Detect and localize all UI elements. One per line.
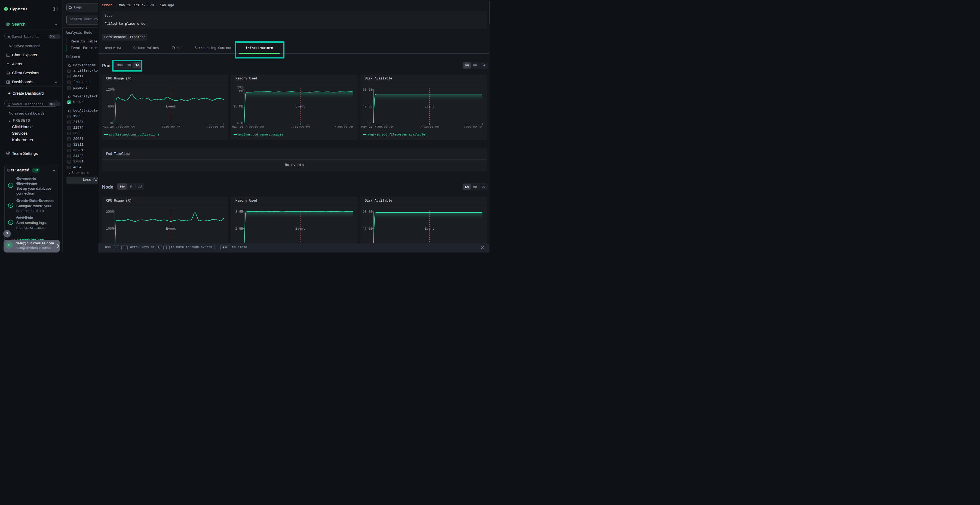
svg-text:47 GB: 47 GB — [363, 227, 372, 231]
svg-text:47 GB: 47 GB — [363, 105, 372, 108]
svg-text:7:00:00 AM: 7:00:00 AM — [334, 125, 353, 129]
svg-text:MB: MB — [239, 89, 243, 93]
svg-text:7:00:00 AM: 7:00:00 AM — [464, 125, 482, 129]
svg-text:Event: Event — [166, 227, 176, 231]
svg-text:Event: Event — [295, 105, 305, 108]
svg-text:Event: Event — [425, 227, 434, 231]
svg-text:120%: 120% — [106, 88, 114, 92]
svg-text:60%: 60% — [108, 105, 114, 108]
svg-text:93 GB: 93 GB — [363, 88, 372, 92]
svg-text:191: 191 — [237, 86, 243, 89]
svg-text:avg(k8s.pod.memory.usage): avg(k8s.pod.memory.usage) — [238, 133, 283, 136]
svg-text:May 26 7:00:00 AM: May 26 7:00:00 AM — [103, 125, 134, 129]
svg-text:95 MB: 95 MB — [233, 105, 243, 108]
svg-text:avg(k8s.pod.cpu.utilization): avg(k8s.pod.cpu.utilization) — [109, 133, 159, 136]
svg-text:Event: Event — [295, 227, 305, 231]
svg-text:7:30:00 PM: 7:30:00 PM — [161, 125, 180, 129]
svg-text:93 GB: 93 GB — [363, 210, 372, 214]
svg-text:7:30:00 PM: 7:30:00 PM — [420, 125, 439, 129]
svg-text:200%: 200% — [106, 210, 114, 214]
svg-text:2 GB: 2 GB — [235, 227, 243, 231]
svg-text:3 GB: 3 GB — [235, 210, 243, 214]
svg-text:7:00:00 AM: 7:00:00 AM — [205, 125, 224, 129]
svg-text:May 26 7:00:00 AM: May 26 7:00:00 AM — [232, 125, 264, 129]
svg-text:May 26 7:00:00 AM: May 26 7:00:00 AM — [361, 125, 393, 129]
svg-text:avg(k8s.pod.filesystem.availab: avg(k8s.pod.filesystem.available) — [368, 133, 427, 136]
svg-text:Event: Event — [166, 105, 176, 108]
svg-text:100%: 100% — [106, 227, 114, 231]
svg-text:7:30:00 PM: 7:30:00 PM — [291, 125, 310, 129]
svg-text:Event: Event — [425, 105, 434, 108]
